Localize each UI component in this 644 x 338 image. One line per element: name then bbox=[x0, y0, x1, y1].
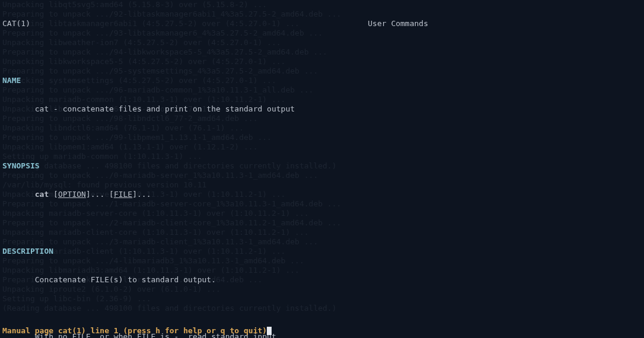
section-synopsis-heading: SYNOPSIS bbox=[2, 161, 642, 171]
cursor-block bbox=[267, 327, 272, 335]
pager-status-bar[interactable]: Manual page cat(1) line 1 (press h for h… bbox=[2, 326, 272, 336]
synopsis-cmd: cat bbox=[35, 190, 49, 199]
section-description-heading: DESCRIPTION bbox=[2, 247, 642, 256]
pager-status-text: Manual page cat(1) line 1 (press h for h… bbox=[2, 326, 267, 336]
name-line: cat - concatenate files and print on the… bbox=[2, 104, 642, 114]
man-page[interactable]: CAT(1) User Commands NAME cat - concaten… bbox=[0, 0, 644, 338]
section-name-heading: NAME bbox=[2, 76, 642, 85]
desc-line: Concatenate FILE(s) to standard output. bbox=[2, 275, 642, 285]
synopsis-line: cat [OPTION]... [FILE]... bbox=[2, 190, 642, 199]
man-header-center: User Commands bbox=[368, 19, 428, 28]
man-header-left: CAT(1) bbox=[2, 19, 30, 28]
man-header-line: CAT(1) User Commands bbox=[2, 19, 642, 28]
synopsis-option: OPTION bbox=[58, 190, 86, 199]
synopsis-file: FILE bbox=[114, 190, 132, 199]
